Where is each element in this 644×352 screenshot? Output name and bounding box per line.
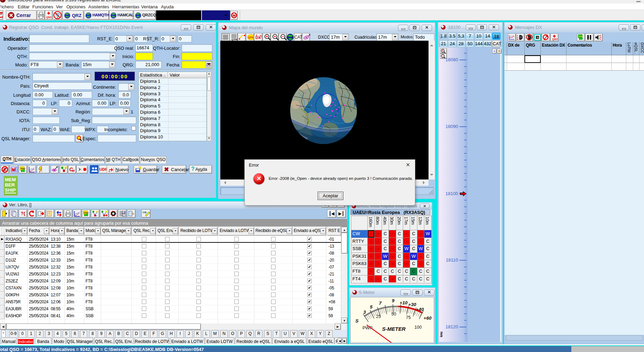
svg-text:S: S (355, 318, 358, 323)
svg-text:kHz: kHz (440, 331, 443, 337)
svg-text:7: 7 (379, 301, 382, 306)
svg-text:5: 5 (370, 304, 373, 310)
svg-text:9: 9 (392, 298, 394, 303)
svg-text:18110: 18110 (446, 257, 458, 263)
svg-text:w: w (72, 169, 75, 173)
svg-text:25: 25 (376, 314, 381, 319)
svg-text:+30: +30 (408, 302, 416, 307)
svg-text:18100: 18100 (446, 191, 458, 196)
svg-text:S-METER: S-METER (382, 326, 406, 332)
svg-text:18090: 18090 (446, 124, 458, 129)
svg-text:+10: +10 (400, 300, 408, 305)
svg-text:3: 3 (363, 310, 366, 315)
svg-text:+60: +60 (424, 315, 432, 321)
svg-text:+40: +40 (416, 307, 424, 312)
svg-text:DX: DX (255, 35, 261, 40)
svg-text:+: + (108, 170, 110, 173)
svg-text:Map: Map (578, 35, 582, 37)
svg-text:50: 50 (391, 312, 396, 317)
svg-text:CB: CB (142, 211, 147, 214)
svg-text:18120: 18120 (446, 324, 458, 329)
svg-text:N: N (517, 38, 518, 40)
svg-text:QTH: QTH (248, 36, 254, 39)
svg-text:QSO: QSO (552, 38, 558, 41)
svg-text:18080: 18080 (446, 57, 458, 62)
svg-text:Map: Map (84, 211, 89, 214)
svg-text:C: C (123, 214, 124, 216)
svg-text:75: 75 (406, 315, 411, 320)
svg-text:100: 100 (415, 325, 422, 330)
svg-text:AB: AB (123, 211, 125, 214)
svg-text:Map: Map (21, 167, 25, 170)
svg-text:C: C (3, 167, 6, 171)
svg-text:QSO: QSO (46, 16, 52, 19)
